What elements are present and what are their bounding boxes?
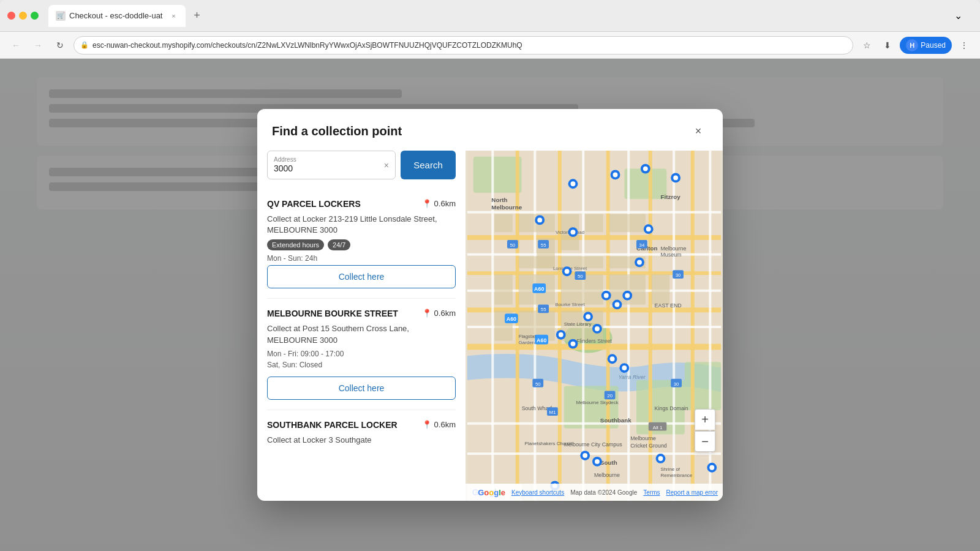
svg-text:Melbourne: Melbourne [491,204,522,211]
svg-text:Flagstaff: Flagstaff [519,334,538,339]
svg-point-75 [613,173,618,178]
svg-point-101 [571,342,576,347]
modal-overlay[interactable]: Find a collection point × Address 3000 [0,59,980,551]
report-link[interactable]: Report a map error [666,489,718,496]
refresh-button[interactable]: ↻ [51,37,69,54]
svg-rect-33 [609,214,646,233]
close-traffic-light[interactable] [7,12,15,20]
svg-text:Melbourne: Melbourne [660,246,686,252]
location-name: MELBOURNE BOURKE STREET [267,309,417,318]
svg-text:Alt 1: Alt 1 [653,425,663,430]
modal-body: Address 3000 × Search [257,151,723,501]
svg-text:EAST END: EAST END [655,302,682,309]
browser-window: 🛒 Checkout - esc-doddle-uat × + ⌄ ← → ↻ … [0,0,980,551]
collect-button-1[interactable]: Collect here [267,265,456,288]
svg-rect-37 [494,274,513,304]
zoom-out-button[interactable]: − [695,431,715,452]
svg-point-77 [643,167,648,171]
svg-text:Remembrance: Remembrance [660,473,692,478]
svg-point-113 [658,456,663,461]
svg-point-85 [646,227,651,231]
svg-rect-10 [467,344,721,350]
address-input-inner: Address 3000 [274,156,380,174]
back-button[interactable]: ← [7,37,24,54]
svg-rect-21 [467,452,721,455]
svg-point-83 [571,230,576,234]
svg-text:50: 50 [578,274,583,279]
address-clear-button[interactable]: × [384,160,389,170]
location-hours-extra: Sat, Sun: Closed [267,361,456,369]
minimize-traffic-light[interactable] [19,12,27,20]
svg-rect-25 [627,151,630,501]
terms-link[interactable]: Terms [643,489,660,496]
active-tab[interactable]: 🛒 Checkout - esc-doddle-uat × [48,5,186,27]
svg-text:20: 20 [607,393,612,399]
maximize-traffic-light[interactable] [31,12,39,20]
map-container[interactable]: Victoria Road Lonsdale Street Bourke Str… [466,151,723,501]
modal-title: Find a collection point [272,124,402,138]
location-hours: Mon - Fri: 09:00 - 17:00 [267,350,456,358]
svg-text:South: South [600,459,617,466]
svg-text:Gardens: Gardens [519,340,537,345]
location-address: Collect at Locker 213-219 Little Lonsdal… [267,214,456,236]
search-button[interactable]: Search [401,151,456,179]
zoom-in-button[interactable]: + [695,409,715,430]
svg-text:Yarra River: Yarra River [618,374,646,380]
keyboard-shortcuts-link[interactable]: Keyboard shortcuts [511,489,564,496]
star-button[interactable]: ☆ [858,37,875,54]
svg-text:Fitzroy: Fitzroy [660,193,680,200]
window-dropdown[interactable]: ⌄ [954,10,973,21]
forward-button[interactable]: → [29,37,47,54]
collect-button-2[interactable]: Collect here [267,377,456,400]
svg-point-79 [673,175,678,180]
modal-header: Find a collection point × [257,109,723,151]
toolbar-actions: ☆ ⬇ H Paused ⋮ [858,37,973,54]
svg-text:M1: M1 [549,410,556,415]
address-value: 3000 [274,163,293,173]
svg-text:Planetshakers Church: Planetshakers Church [525,441,572,446]
svg-point-87 [565,269,570,274]
location-address: Collect at Post 15 Southern Cross Lane, … [267,323,456,345]
svg-point-99 [559,332,564,337]
svg-rect-32 [585,214,603,233]
location-badges: Extended hours 24/7 [267,239,456,250]
location-name: Southbank Parcel Locker [267,420,417,430]
location-distance: 📍 0.6km [422,309,456,318]
svg-text:Kings Domain: Kings Domain [655,405,688,411]
map-footer: Google Keyboard shortcuts Map data ©2024… [466,484,723,501]
svg-point-111 [595,459,600,464]
paused-label: Paused [921,41,946,50]
location-distance: 📍 0.6km [422,199,456,208]
svg-point-73 [571,181,576,186]
distance-value: 0.6km [434,309,456,318]
more-button[interactable]: ⋮ [956,37,973,54]
svg-text:A60: A60 [537,337,546,343]
svg-rect-5 [685,362,721,410]
address-label: Address [274,156,380,163]
profile-avatar: H [906,39,918,51]
svg-text:Shrine of: Shrine of [660,467,680,472]
tab-close-button[interactable]: × [168,11,178,21]
map-svg: Victoria Road Lonsdale Street Bourke Str… [466,151,723,501]
svg-text:Flinders Street: Flinders Street [576,338,612,344]
new-tab-button[interactable]: + [188,7,205,24]
google-logo: Google [478,488,505,497]
profile-button[interactable]: H Paused [900,37,952,54]
distance-value: 0.6km [434,199,456,208]
address-input-wrap[interactable]: Address 3000 × [267,151,396,179]
svg-rect-7 [467,235,721,240]
location-name: QV Parcel Lockers [267,199,417,209]
svg-text:Melbourne Skydeck: Melbourne Skydeck [576,400,618,405]
find-collection-modal: Find a collection point × Address 3000 [257,109,723,501]
map-data-text: Map data ©2024 Google [570,489,637,496]
svg-text:30: 30 [676,272,681,278]
search-row: Address 3000 × Search [257,151,466,189]
download-button[interactable]: ⬇ [879,37,896,54]
svg-rect-16 [467,211,721,214]
svg-point-95 [625,293,630,298]
svg-text:A60: A60 [507,316,516,322]
modal-close-button[interactable]: × [688,121,708,141]
svg-point-103 [595,326,600,331]
badge-24-7: 24/7 [328,239,350,250]
address-bar[interactable]: 🔒 esc-nuwan-checkout.myshopify.com/check… [74,36,853,54]
